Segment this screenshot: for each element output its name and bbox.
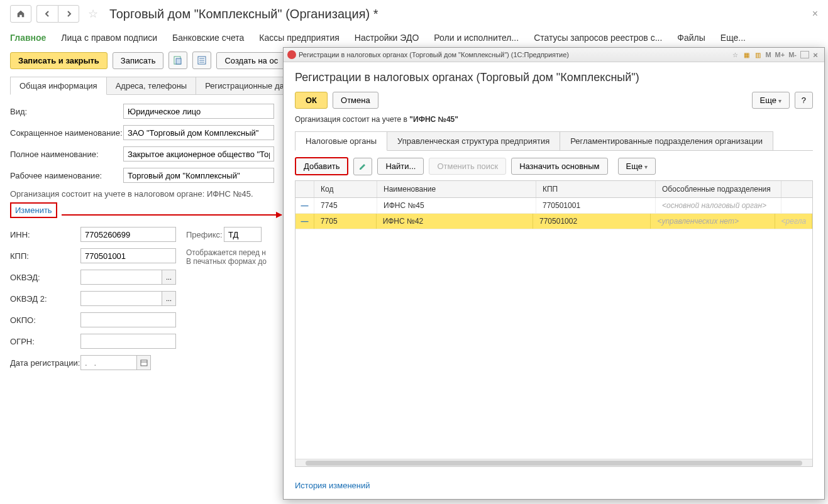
dialog-title: Регистрации в налоговых органах (Торговы… xyxy=(295,71,813,84)
cancel-search-button[interactable]: Отменить поиск xyxy=(429,158,506,175)
kpp-label: КПП: xyxy=(10,251,80,261)
section-tab-signers[interactable]: Лица с правом подписи xyxy=(61,33,157,43)
modal-tab-reg[interactable]: Регламентированные подразделения организ… xyxy=(560,131,773,150)
toolbar-icon-2[interactable] xyxy=(192,52,211,69)
modal-tab-mgmt[interactable]: Управленческая структура предприятия xyxy=(387,131,560,150)
section-tab-files[interactable]: Файлы xyxy=(677,33,705,43)
cell-code: 7705 xyxy=(314,214,377,229)
ogrn-label: ОГРН: xyxy=(10,337,80,346)
cancel-button[interactable]: Отмена xyxy=(333,92,378,109)
forward-button[interactable] xyxy=(58,5,79,23)
okved-label: ОКВЭД: xyxy=(10,273,80,282)
col-dept[interactable]: Обособленные подразделения xyxy=(656,181,781,197)
reg-date-label: Дата регистрации: xyxy=(10,358,80,368)
titlebar-icon-grid[interactable]: ▦ xyxy=(741,50,751,60)
grid-more-button[interactable]: Еще xyxy=(618,158,656,175)
titlebar-m[interactable]: M xyxy=(764,50,772,60)
okpo-label: ОКПО: xyxy=(10,315,80,325)
document-icon xyxy=(173,55,183,65)
history-link[interactable]: История изменений xyxy=(295,481,370,490)
titlebar-maximize[interactable] xyxy=(800,51,809,58)
cell-dept: <управленческих нет> xyxy=(651,214,775,229)
svg-rect-6 xyxy=(141,360,147,366)
toolbar-icon-1[interactable] xyxy=(168,52,187,69)
cell-kpp: 770501002 xyxy=(533,214,651,229)
col-name[interactable]: Наименование xyxy=(377,181,536,197)
titlebar-mminus[interactable]: M- xyxy=(787,50,798,60)
col-code[interactable]: Код xyxy=(314,181,377,197)
titlebar-close[interactable]: × xyxy=(810,50,820,60)
tax-registration-dialog: Регистрации в налоговых органах (Торговы… xyxy=(283,47,825,500)
okved2-select-button[interactable]: ... xyxy=(162,291,176,306)
ok-button[interactable]: ОК xyxy=(295,92,328,109)
full-name-label: Полное наименование: xyxy=(10,150,123,159)
okved-select-button[interactable]: ... xyxy=(162,270,176,285)
grid-hscroll[interactable] xyxy=(295,459,812,466)
row-minus-icon: — xyxy=(301,201,309,210)
prefix-note-2: В печатных формах до xyxy=(186,257,267,266)
cell-extra: <регла xyxy=(775,214,812,229)
grid-row[interactable]: —7745ИФНС №45770501001<основной налоговы… xyxy=(295,198,812,214)
calendar-button[interactable] xyxy=(137,355,151,370)
save-close-button[interactable]: Записать и закрыть xyxy=(10,52,108,69)
reg-date-input[interactable] xyxy=(80,355,137,370)
help-button[interactable]: ? xyxy=(795,92,813,109)
tab-addresses[interactable]: Адреса, телефоны xyxy=(106,77,197,94)
edit-button[interactable] xyxy=(353,158,372,175)
prefix-label: Префикс: xyxy=(186,230,224,239)
okved-input[interactable] xyxy=(80,270,162,285)
section-tab-more[interactable]: Еще... xyxy=(720,33,746,43)
ogrn-input[interactable] xyxy=(80,334,176,349)
home-icon xyxy=(16,9,25,18)
prefix-input[interactable] xyxy=(224,227,262,242)
more-button[interactable]: Еще xyxy=(752,92,790,109)
close-page-button[interactable]: × xyxy=(812,8,818,19)
find-button[interactable]: Найти... xyxy=(377,158,424,175)
status-line: Организация состоит на учете в "ИФНС №45… xyxy=(295,115,813,124)
kpp-input[interactable] xyxy=(80,248,176,263)
titlebar-mplus[interactable]: M+ xyxy=(774,50,787,60)
add-button[interactable]: Добавить xyxy=(295,157,348,175)
section-tab-cash[interactable]: Кассы предприятия xyxy=(259,33,339,43)
work-name-label: Рабочее наименование: xyxy=(10,171,123,180)
section-tab-status[interactable]: Статусы запросов реестров с... xyxy=(534,33,662,43)
change-link[interactable]: Изменить xyxy=(10,202,57,218)
short-name-input[interactable] xyxy=(123,125,274,140)
section-tab-bank[interactable]: Банковские счета xyxy=(172,33,244,43)
tab-general[interactable]: Общая информация xyxy=(10,77,107,95)
back-button[interactable] xyxy=(36,5,58,23)
section-tab-edo[interactable]: Настройки ЭДО xyxy=(355,33,419,43)
inn-label: ИНН: xyxy=(10,230,80,239)
section-tab-main[interactable]: Главное xyxy=(10,33,46,43)
prefix-note-1: Отображается перед н xyxy=(186,248,267,257)
tax-grid: Код Наименование КПП Обособленные подраз… xyxy=(295,180,813,467)
dialog-titlebar[interactable]: Регистрации в налоговых органах (Торговы… xyxy=(284,48,824,62)
pencil-icon xyxy=(358,162,367,171)
grid-header: Код Наименование КПП Обособленные подраз… xyxy=(295,181,812,198)
inn-input[interactable] xyxy=(80,227,176,242)
okved2-input[interactable] xyxy=(80,291,162,306)
favorite-star-icon[interactable]: ☆ xyxy=(88,7,98,21)
list-icon xyxy=(197,55,207,65)
app-logo-icon xyxy=(287,50,296,59)
titlebar-icon-calc[interactable]: ▥ xyxy=(753,50,763,60)
grid-body[interactable]: —7745ИФНС №45770501001<основной налоговы… xyxy=(295,198,812,459)
save-button[interactable]: Записать xyxy=(113,52,164,69)
home-button[interactable] xyxy=(10,5,31,23)
set-main-button[interactable]: Назначить основным xyxy=(511,158,607,175)
arrow-right-icon xyxy=(65,10,72,18)
okpo-input[interactable] xyxy=(80,312,176,327)
calendar-icon xyxy=(140,359,148,366)
modal-tab-tax[interactable]: Налоговые органы xyxy=(295,131,387,151)
grid-row[interactable]: —7705ИФНС №42770501002<управленческих не… xyxy=(295,214,812,229)
work-name-input[interactable] xyxy=(123,168,274,183)
short-name-label: Сокращенное наименование: xyxy=(10,128,123,138)
dialog-window-title: Регистрации в налоговых органах (Торговы… xyxy=(299,51,727,58)
col-kpp[interactable]: КПП xyxy=(536,181,656,197)
kind-input[interactable] xyxy=(123,104,274,119)
okved2-label: ОКВЭД 2: xyxy=(10,294,80,304)
titlebar-fav-icon[interactable]: ☆ xyxy=(730,50,740,60)
full-name-input[interactable] xyxy=(123,146,274,162)
section-tab-roles[interactable]: Роли и исполнител... xyxy=(434,33,519,43)
create-based-button[interactable]: Создать на ос xyxy=(216,52,286,69)
